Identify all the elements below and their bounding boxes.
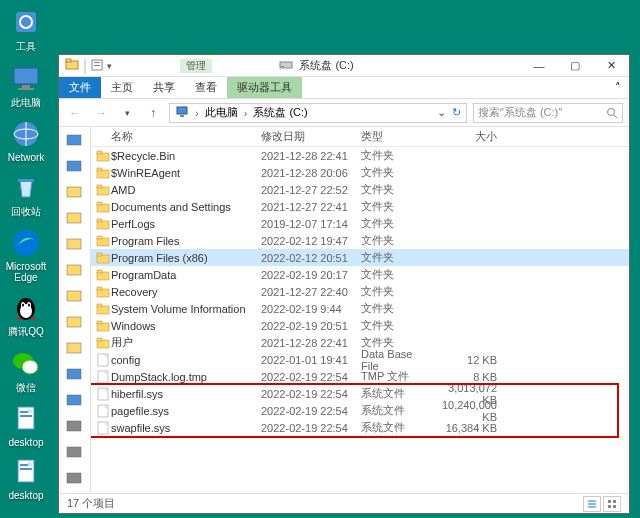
props-icon[interactable] [91,57,103,75]
file-date: 2022-02-19 22:54 [261,388,361,400]
nav-back-icon[interactable]: ← [65,103,85,123]
file-row[interactable]: swapfile.sys2022-02-19 22:54系统文件16,384 K… [91,419,629,436]
file-row[interactable]: System Volume Information2022-02-19 9:44… [91,300,629,317]
minimize-button[interactable]: — [521,55,557,76]
nav-up-icon[interactable]: ↑ [143,103,163,123]
desktop-icon-recycle[interactable]: 回收站 [0,171,52,219]
search-input[interactable]: 搜索"系统盘 (C:)" [473,103,623,123]
tree-item[interactable] [66,313,84,331]
col-name[interactable]: 名称 [111,129,261,144]
chevron-right-icon[interactable]: › [241,107,251,119]
folder-icon [95,233,111,249]
desktop-icon-edge[interactable]: Microsoft Edge [0,227,52,283]
col-size[interactable]: 大小 [433,129,505,144]
svg-rect-57 [97,168,102,171]
tree-item[interactable] [66,391,84,409]
file-row[interactable]: Program Files (x86)2022-02-12 20:51文件夹 [91,249,629,266]
tab-drive-tools[interactable]: 驱动器工具 [227,77,302,98]
desktop-icon-network[interactable]: Network [0,118,52,163]
tree-item[interactable] [66,183,84,201]
breadcrumb-item[interactable]: 系统盘 (C:) [250,105,310,120]
desktop-icon-file[interactable]: desktop [0,456,52,501]
file-row[interactable]: Windows2022-02-19 20:51文件夹 [91,317,629,334]
tree-item[interactable] [66,131,84,149]
tree-item[interactable] [66,235,84,253]
file-row[interactable]: $Recycle.Bin2021-12-28 22:41文件夹 [91,147,629,164]
svg-rect-59 [97,185,102,188]
folder-icon [95,301,111,317]
desktop-icon-file[interactable]: desktop [0,403,52,448]
svg-rect-49 [67,447,81,457]
tab-file[interactable]: 文件 [59,77,101,98]
file-type: 文件夹 [361,216,433,231]
file-type: 文件夹 [361,250,433,265]
col-date[interactable]: 修改日期 [261,129,361,144]
file-row[interactable]: 用户2021-12-28 22:41文件夹 [91,334,629,351]
nav-forward-icon[interactable]: → [91,103,111,123]
file-row[interactable]: hiberfil.sys2022-02-19 22:54系统文件3,013,07… [91,385,629,402]
file-type: 系统文件 [361,403,433,418]
file-row[interactable]: Program Files2022-02-12 19:47文件夹 [91,232,629,249]
file-name: Program Files [111,235,261,247]
file-type: 系统文件 [361,420,433,435]
maximize-button[interactable]: ▢ [557,55,593,76]
ribbon-collapse-icon[interactable]: ˄ [607,77,629,98]
file-row[interactable]: Documents and Settings2021-12-27 22:41文件… [91,198,629,215]
refresh-icon[interactable]: ↻ [449,106,464,119]
chevron-right-icon[interactable]: › [192,107,202,119]
file-icon [95,369,111,385]
file-date: 2021-12-27 22:41 [261,201,361,213]
tab-home[interactable]: 主页 [101,77,143,98]
file-row[interactable]: DumpStack.log.tmp2022-02-19 22:54TMP 文件8… [91,368,629,385]
tree-item[interactable] [66,157,84,175]
desktop-icon-label: Microsoft Edge [0,261,52,283]
desktop-icon-pc[interactable]: 此电脑 [0,62,52,110]
column-headers[interactable]: 名称 修改日期 类型 大小 [91,127,629,147]
file-row[interactable]: pagefile.sys2022-02-19 22:54系统文件10,240,0… [91,402,629,419]
file-row[interactable]: PerfLogs2019-12-07 17:14文件夹 [91,215,629,232]
svg-rect-93 [608,505,611,508]
breadcrumb-item[interactable]: 此电脑 [202,105,241,120]
tree-item[interactable] [66,339,84,357]
tab-share[interactable]: 共享 [143,77,185,98]
desktop-icons: 工具此电脑Network回收站Microsoft Edge腾讯QQ微信deskt… [0,0,52,509]
titlebar: | ▾ 管理 系统盘 (C:) — ▢ ✕ [59,55,629,77]
file-row[interactable]: ProgramData2022-02-19 20:17文件夹 [91,266,629,283]
nav-recent-icon[interactable]: ▾ [117,103,137,123]
close-button[interactable]: ✕ [593,55,629,76]
file-date: 2021-12-27 22:52 [261,184,361,196]
file-name: $Recycle.Bin [111,150,261,162]
tab-view[interactable]: 查看 [185,77,227,98]
file-date: 2022-02-12 19:47 [261,235,361,247]
folder-icon [95,182,111,198]
file-date: 2019-12-07 17:14 [261,218,361,230]
details-view-icon[interactable] [583,496,601,512]
file-size: 12 KB [433,354,505,366]
desktop-icon-gear[interactable]: 工具 [0,6,52,54]
tree-item[interactable] [66,417,84,435]
file-name: $WinREAgent [111,167,261,179]
breadcrumb[interactable]: › 此电脑 › 系统盘 (C:) ⌄ ↻ [169,103,467,123]
drive-icon [279,57,293,75]
file-date: 2021-12-28 22:41 [261,150,361,162]
tree-item[interactable] [66,287,84,305]
breadcrumb-dropdown-icon[interactable]: ⌄ [434,106,449,119]
nav-tree[interactable] [59,127,91,493]
file-row[interactable]: Recovery2021-12-27 22:40文件夹 [91,283,629,300]
tree-item[interactable] [66,469,84,487]
tree-item[interactable] [66,209,84,227]
tree-item[interactable] [66,365,84,383]
address-bar: ← → ▾ ↑ › 此电脑 › 系统盘 (C:) ⌄ ↻ 搜索"系统盘 (C:)… [59,99,629,127]
file-row[interactable]: AMD2021-12-27 22:52文件夹 [91,181,629,198]
tree-item[interactable] [66,443,84,461]
col-type[interactable]: 类型 [361,129,433,144]
folder-icon [95,199,111,215]
tree-item[interactable] [66,261,84,279]
file-type: 文件夹 [361,182,433,197]
file-type: 文件夹 [361,199,433,214]
desktop-icon-qq[interactable]: 腾讯QQ [0,291,52,339]
file-row[interactable]: $WinREAgent2021-12-28 20:06文件夹 [91,164,629,181]
icons-view-icon[interactable] [603,496,621,512]
desktop-icon-wechat[interactable]: 微信 [0,347,52,395]
file-row[interactable]: config2022-01-01 19:41Data Base File12 K… [91,351,629,368]
